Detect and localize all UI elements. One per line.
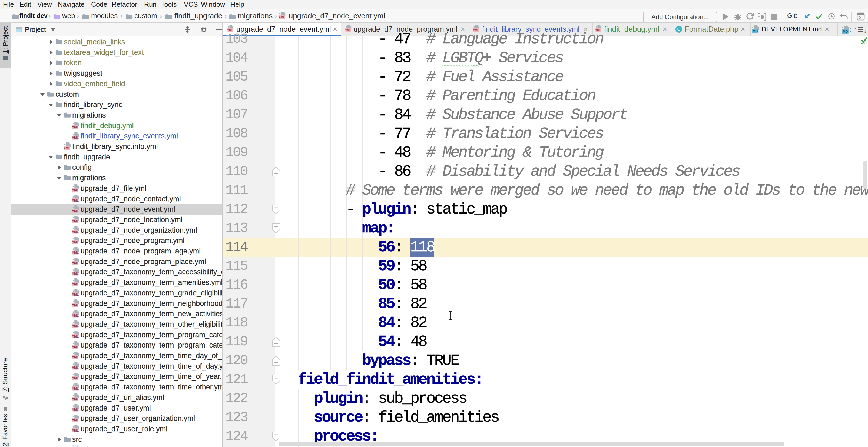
svg-text:YML: YML bbox=[72, 345, 79, 349]
svg-text:YML: YML bbox=[72, 209, 79, 213]
svg-text:YML: YML bbox=[72, 251, 79, 255]
svg-text:YML: YML bbox=[72, 230, 79, 234]
svg-text:C: C bbox=[677, 27, 681, 32]
svg-text:YML: YML bbox=[72, 282, 79, 286]
svg-text:YML: YML bbox=[64, 146, 70, 150]
svg-text:YML: YML bbox=[72, 199, 79, 202]
svg-text:2: 2 bbox=[865, 29, 866, 33]
svg-text:YML: YML bbox=[72, 188, 79, 192]
svg-text:YML: YML bbox=[72, 314, 79, 317]
svg-text:YML: YML bbox=[72, 272, 79, 276]
svg-text:YML: YML bbox=[72, 418, 79, 422]
svg-text:YML: YML bbox=[279, 15, 285, 19]
svg-text:YML: YML bbox=[72, 240, 79, 244]
svg-text:MD: MD bbox=[843, 30, 848, 33]
svg-text:YML: YML bbox=[72, 303, 79, 307]
svg-text:YML: YML bbox=[72, 125, 79, 129]
svg-text:YML: YML bbox=[72, 261, 79, 265]
svg-text:YML: YML bbox=[72, 366, 79, 370]
svg-text:YML: YML bbox=[72, 334, 79, 338]
svg-text:YML: YML bbox=[72, 355, 79, 359]
svg-text:YML: YML bbox=[72, 408, 79, 412]
svg-text:YML: YML bbox=[72, 324, 79, 328]
svg-text:YML: YML bbox=[72, 428, 79, 433]
svg-text:YML: YML bbox=[72, 387, 79, 390]
svg-text:YML: YML bbox=[72, 397, 79, 401]
svg-text:YML: YML bbox=[72, 219, 79, 223]
svg-text:YML: YML bbox=[72, 136, 79, 139]
svg-text:MD: MD bbox=[753, 29, 758, 33]
svg-text:YML: YML bbox=[72, 293, 79, 296]
svg-text:YML: YML bbox=[72, 376, 79, 380]
